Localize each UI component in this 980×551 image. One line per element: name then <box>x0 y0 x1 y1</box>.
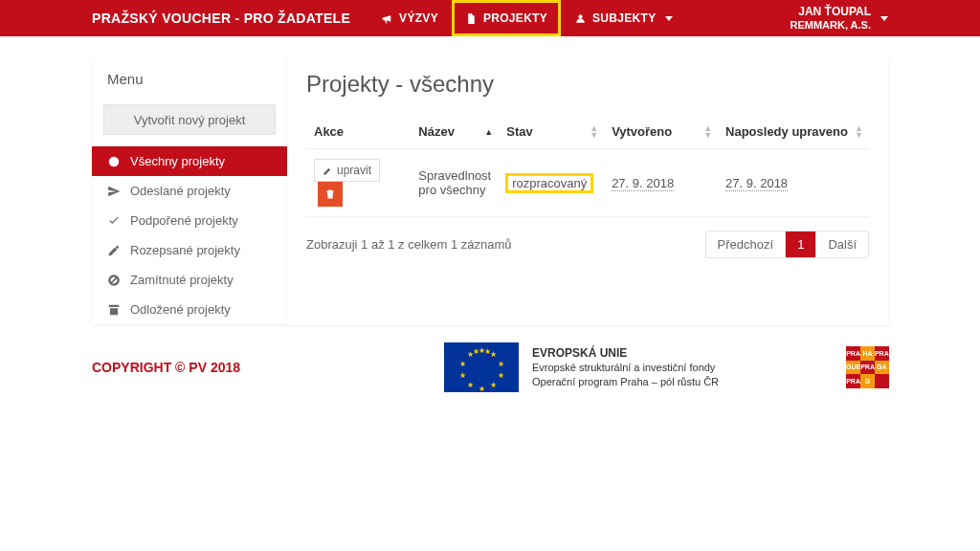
sidebar: Menu Vytvořit nový projekt Všechny proje… <box>92 57 287 324</box>
nav-label: SUBJEKTY <box>592 11 656 25</box>
app-brand: PRAŽSKÝ VOUCHER - PRO ŽADATELE <box>92 11 350 26</box>
content: Projekty - všechny Akce Název ▲ Stav ▲▼ … <box>287 57 888 325</box>
col-name[interactable]: Název ▲ <box>411 115 499 149</box>
sidebar-item-supported[interactable]: Podpořené projekty <box>92 206 287 235</box>
cell-name: Spravedlnost pro všechny <box>411 149 499 217</box>
sidebar-item-deferred[interactable]: Odložené projekty <box>92 295 287 324</box>
pager: Předchozí 1 Další <box>705 231 869 258</box>
chevron-down-icon <box>665 16 673 21</box>
file-icon <box>465 12 478 25</box>
sort-icon: ▲▼ <box>703 125 712 139</box>
table-footer: Zobrazuji 1 až 1 z celkem 1 záznamů Před… <box>306 231 869 258</box>
footer: COPYRIGHT © PV 2018 ★ ★ ★ ★ ★ ★ ★ ★ ★ ★ … <box>0 325 980 421</box>
status-badge: rozpracovaný <box>506 174 592 192</box>
pencil-icon <box>107 244 121 257</box>
user-name: JAN ŤOUPAL <box>790 6 871 18</box>
sidebar-item-label: Rozepsané projekty <box>130 243 240 257</box>
sidebar-item-draft[interactable]: Rozepsané projekty <box>92 235 287 265</box>
topbar: PRAŽSKÝ VOUCHER - PRO ŽADATELE VÝZVY PRO… <box>0 0 980 36</box>
check-icon <box>107 214 121 228</box>
sidebar-item-label: Všechny projekty <box>130 154 225 168</box>
sidebar-item-label: Zamítnuté projekty <box>130 273 234 287</box>
sidebar-title: Menu <box>92 57 287 104</box>
col-action: Akce <box>306 115 411 149</box>
col-updated[interactable]: Naposledy upraveno ▲▼ <box>718 115 869 149</box>
delete-button[interactable] <box>318 182 343 207</box>
sort-icon: ▲▼ <box>590 125 598 139</box>
send-icon <box>107 185 121 198</box>
sidebar-item-sent[interactable]: Odeslané projekty <box>92 176 287 206</box>
nav-projekty[interactable]: PROJEKTY <box>452 0 561 36</box>
eu-text: EVROPSKÁ UNIE Evropské strukturální a in… <box>532 345 719 389</box>
nav-subjekty[interactable]: SUBJEKTY <box>561 0 686 36</box>
projects-table: Akce Název ▲ Stav ▲▼ Vytvořeno ▲▼ Napos <box>306 115 869 217</box>
sort-icon: ▲▼ <box>855 125 863 139</box>
eu-line2: Operační program Praha – pól růstu ČR <box>532 376 719 387</box>
eu-title: EVROPSKÁ UNIE <box>532 346 627 360</box>
pager-info: Zobrazuji 1 až 1 z celkem 1 záznamů <box>306 237 512 252</box>
pager-next[interactable]: Další <box>815 231 868 257</box>
nav-label: PROJEKTY <box>483 11 547 25</box>
col-status[interactable]: Stav ▲▼ <box>499 115 604 149</box>
cell-updated[interactable]: 27. 9. 2018 <box>725 176 788 191</box>
sidebar-item-rejected[interactable]: Zamítnuté projekty <box>92 265 287 295</box>
users-icon <box>574 12 587 25</box>
user-menu[interactable]: JAN ŤOUPAL REMMARK, A.S. <box>790 6 980 30</box>
trash-icon <box>324 188 336 200</box>
col-created[interactable]: Vytvořeno ▲▼ <box>604 115 718 149</box>
edit-button[interactable]: upravit <box>314 159 380 182</box>
eu-flag-icon: ★ ★ ★ ★ ★ ★ ★ ★ ★ ★ ★ ★ <box>444 342 519 392</box>
dashboard-icon <box>107 155 121 168</box>
cell-created[interactable]: 27. 9. 2018 <box>612 176 674 191</box>
sort-icon: ▲ <box>484 128 493 135</box>
copyright: COPYRIGHT © PV 2018 <box>92 360 240 375</box>
table-row: upravit Spravedlnost pro všechny rozprac… <box>306 149 869 217</box>
prague-logo-icon: PRAHAPRA GUEPRAGA PRAG <box>846 346 888 388</box>
user-org: REMMARK, A.S. <box>790 19 871 31</box>
pager-prev[interactable]: Předchozí <box>706 231 786 257</box>
create-project-button[interactable]: Vytvořit nový projekt <box>103 104 276 135</box>
nav-label: VÝZVY <box>399 11 438 25</box>
primary-nav: VÝZVY PROJEKTY SUBJEKTY <box>368 0 686 36</box>
nav-vyzvy[interactable]: VÝZVY <box>368 0 452 36</box>
page-title: Projekty - všechny <box>306 71 869 98</box>
ban-icon <box>107 274 121 287</box>
eu-line1: Evropské strukturální a investiční fondy <box>532 362 715 373</box>
sidebar-item-label: Odeslané projekty <box>130 184 231 198</box>
sidebar-item-all[interactable]: Všechny projekty <box>92 146 287 176</box>
pencil-icon <box>323 165 333 176</box>
pager-page-1[interactable]: 1 <box>785 231 815 257</box>
megaphone-icon <box>381 12 393 25</box>
sidebar-item-label: Podpořené projekty <box>130 213 238 228</box>
sidebar-item-label: Odložené projekty <box>130 302 231 317</box>
chevron-down-icon <box>880 16 888 21</box>
eu-block: ★ ★ ★ ★ ★ ★ ★ ★ ★ ★ ★ ★ EVROPSKÁ UNIE Ev… <box>444 342 719 392</box>
archive-icon <box>107 303 121 317</box>
